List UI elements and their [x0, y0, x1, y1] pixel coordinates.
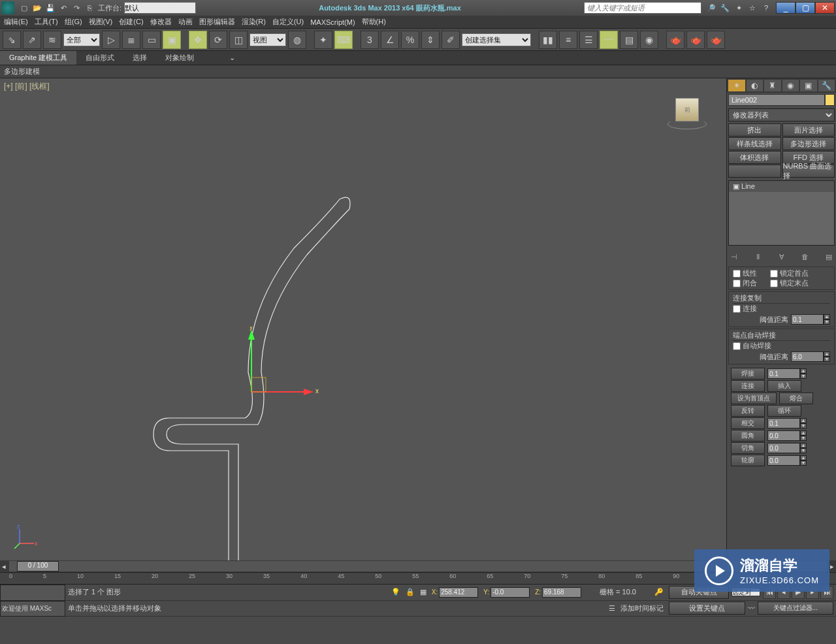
menu-customize[interactable]: 自定义(U)	[272, 17, 304, 27]
chk-auto-weld[interactable]: 自动焊接	[733, 341, 830, 351]
save-icon[interactable]: 💾	[44, 2, 56, 14]
window-crossing-button[interactable]: ▣	[163, 31, 181, 49]
menu-rendering[interactable]: 渲染(R)	[242, 17, 266, 27]
tab-utilities-icon[interactable]: 🔧	[818, 80, 835, 91]
undo-icon[interactable]: ↶	[57, 2, 69, 14]
crossins-input[interactable]	[767, 418, 800, 428]
menu-create[interactable]: 创建(C)	[119, 17, 143, 27]
isolate-icon[interactable]: ▦	[420, 588, 426, 596]
tab-graphite[interactable]: Graphite 建模工具	[0, 51, 76, 65]
make-unique-icon[interactable]: ∀	[776, 251, 788, 263]
coord-z-input[interactable]	[542, 587, 581, 598]
chk-lock-first[interactable]: 锁定首点	[770, 268, 809, 278]
window-close-button[interactable]: ✕	[815, 2, 835, 14]
timeline-left-icon[interactable]: ◂	[0, 562, 8, 571]
use-pivot-button[interactable]: ◍	[288, 31, 306, 49]
tab-motion-icon[interactable]: ◉	[782, 80, 799, 91]
btn-nurbs-select[interactable]: NURBS 曲面选择	[782, 165, 835, 178]
tab-modify-icon[interactable]: ◐	[747, 80, 764, 91]
selection-filter-select[interactable]: 全部	[63, 33, 100, 46]
scale-button[interactable]: ◫	[229, 31, 248, 49]
btn-insert[interactable]: 插入	[767, 380, 801, 392]
spinner-snap-button[interactable]: ⇕	[421, 31, 440, 49]
app-logo[interactable]	[1, 1, 14, 14]
key-mode-icon[interactable]: 〰	[748, 604, 755, 612]
chk-linear[interactable]: 线性	[733, 268, 757, 278]
star-icon[interactable]: ☆	[747, 2, 758, 14]
time-thumb[interactable]: 0 / 100	[17, 561, 59, 572]
window-minimize-button[interactable]: _	[776, 2, 796, 14]
thresh-dist-input[interactable]	[791, 314, 824, 325]
help-icon[interactable]: ?	[760, 2, 772, 14]
configure-icon[interactable]: ▤	[823, 251, 835, 263]
bind-spacewarp-button[interactable]: ≋	[43, 31, 61, 49]
btn-extrude[interactable]: 挤出	[728, 123, 781, 137]
material-editor-button[interactable]: ◉	[640, 31, 658, 49]
select-by-name-button[interactable]: ≣	[122, 31, 140, 49]
schematic-button[interactable]: ▤	[620, 31, 638, 49]
time-tag-icon[interactable]: ☰	[609, 604, 615, 613]
binoculars-icon[interactable]: 🔎	[705, 2, 717, 14]
modifier-list-select[interactable]: 修改器列表	[728, 108, 835, 121]
menu-grapheditors[interactable]: 图形编辑器	[199, 17, 235, 27]
menu-help[interactable]: 帮助(H)	[362, 17, 386, 27]
menu-animation[interactable]: 动画	[178, 17, 193, 27]
spline-object[interactable]	[0, 78, 726, 560]
rotate-button[interactable]: ⟳	[209, 31, 227, 49]
object-name-input[interactable]	[728, 94, 825, 106]
btn-empty[interactable]	[728, 165, 781, 178]
btn-make-first[interactable]: 设为首顶点	[731, 393, 777, 404]
align-button[interactable]: ≡	[559, 31, 577, 49]
spinner-down-icon[interactable]: ▼	[824, 319, 830, 325]
btn-connect2[interactable]: 连接	[731, 380, 765, 392]
named-selection-select[interactable]: 创建选择集	[462, 33, 531, 46]
btn-spline-select[interactable]: 样条线选择	[728, 137, 781, 150]
btn-crossins[interactable]: 相交	[731, 417, 765, 429]
spinner-up-icon[interactable]: ▲	[824, 314, 830, 319]
chk-lock-last[interactable]: 锁定末点	[770, 278, 809, 288]
btn-weld[interactable]: 焊接	[731, 368, 765, 379]
rect-region-button[interactable]: ▭	[142, 31, 161, 49]
chamfer-input[interactable]	[767, 443, 800, 453]
select-link-button[interactable]: ⇘	[3, 31, 21, 49]
viewport[interactable]: [+] [前] [线框] 前 y x z x	[0, 78, 726, 560]
angle-snap-button[interactable]: ∠	[381, 31, 399, 49]
lightbulb-icon[interactable]: 💡	[391, 588, 400, 596]
tab-display-icon[interactable]: ▣	[800, 80, 817, 91]
redo-icon[interactable]: ↷	[71, 2, 82, 14]
setkey-button[interactable]: 设置关键点	[669, 602, 745, 615]
menu-maxscript[interactable]: MAXScript(M)	[310, 18, 355, 26]
render-frame-button[interactable]: 🫖	[686, 31, 705, 49]
unlink-button[interactable]: ⇗	[23, 31, 41, 49]
lock-icon[interactable]: 🔒	[406, 588, 415, 596]
new-icon[interactable]: ▢	[18, 2, 30, 14]
menu-group[interactable]: 组(G)	[65, 17, 82, 27]
btn-fuse[interactable]: 熔合	[779, 393, 813, 404]
script-box[interactable]	[0, 585, 65, 601]
layers-button[interactable]: ☰	[579, 31, 598, 49]
select-object-button[interactable]: ▷	[102, 31, 120, 49]
key-filter-button[interactable]: 关键点过滤器...	[758, 602, 834, 615]
edit-named-sel-button[interactable]: ✐	[442, 31, 460, 49]
btn-chamfer[interactable]: 切角	[731, 442, 765, 454]
ribbon-poly-label[interactable]: 多边形建模	[4, 67, 40, 76]
window-maximize-button[interactable]: ▢	[796, 2, 815, 14]
pin-stack-icon[interactable]: ⊣	[728, 251, 740, 263]
chk-connect[interactable]: 连接	[733, 304, 830, 314]
btn-fillet[interactable]: 圆角	[731, 430, 765, 442]
btn-outline[interactable]: 轮廓	[731, 455, 765, 466]
link-icon[interactable]: ⎘	[84, 2, 95, 14]
show-end-icon[interactable]: Ⅱ	[752, 251, 764, 263]
add-time-tag[interactable]: 添加时间标记	[620, 604, 664, 613]
coord-y-input[interactable]	[490, 587, 530, 598]
ribbon-expand-icon[interactable]: ⌄	[229, 54, 235, 62]
menu-tools[interactable]: 工具(T)	[35, 17, 58, 27]
weld-input[interactable]	[767, 368, 800, 379]
key-icon[interactable]: 🔑	[654, 588, 664, 596]
exchange-icon[interactable]: ✦	[733, 2, 745, 14]
render-button[interactable]: 🫖	[707, 31, 725, 49]
thresh-dist2-input[interactable]	[791, 351, 824, 362]
wrench-icon[interactable]: 🔧	[719, 2, 731, 14]
mirror-button[interactable]: ▮▮	[539, 31, 557, 49]
btn-cycle[interactable]: 循环	[767, 405, 801, 417]
